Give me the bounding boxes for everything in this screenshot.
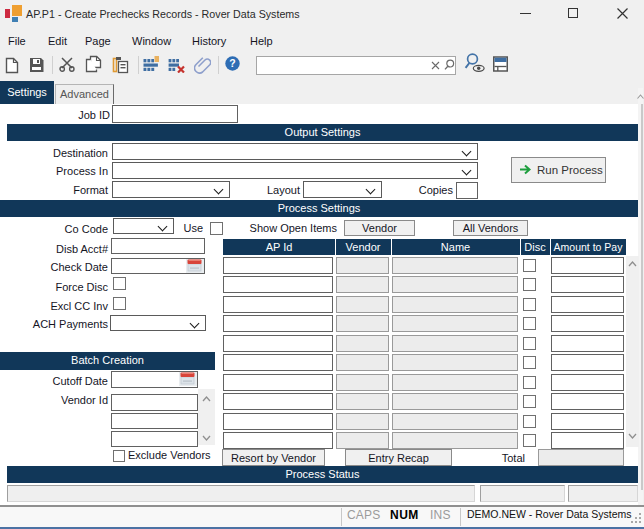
svg-text:?: ? — [229, 57, 235, 69]
